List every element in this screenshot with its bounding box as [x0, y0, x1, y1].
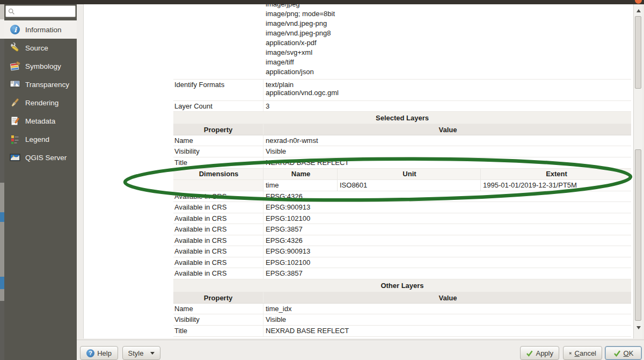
chevron-down-icon [150, 352, 155, 355]
close-window-icon[interactable] [635, 0, 642, 4]
table-header-row: Property Value [173, 124, 631, 135]
scroll-down-icon[interactable] [634, 323, 642, 332]
transparency-icon [9, 78, 21, 90]
scrollbar-thumb[interactable] [635, 16, 641, 89]
table-row: Available in CRS EPSG:3857 [173, 224, 631, 235]
dimension-unit: ISO8601 [338, 180, 481, 191]
table-row-getmap-formats: image/jpeg image/png; mode=8bit image/vn… [173, 4, 631, 80]
property-label: Available in CRS [173, 191, 264, 201]
sidebar-item-label: Legend [25, 135, 49, 143]
property-value: Visible [264, 314, 631, 325]
crs-value: EPSG:3857 [264, 224, 631, 235]
metadata-icon [9, 115, 21, 127]
table-row: Available in CRS EPSG:900913 [173, 202, 631, 213]
property-label: Title [173, 157, 264, 168]
sidebar-item-symbology[interactable]: Symbology [4, 57, 77, 75]
properties-sidebar: i Information Source [4, 4, 77, 360]
format-value: image/jpeg [173, 4, 631, 9]
format-value: application/json [173, 67, 631, 77]
crs-value: EPSG:900913 [264, 246, 631, 257]
column-header-unit: Unit [338, 169, 481, 179]
info-icon: i [9, 24, 21, 35]
sidebar-item-label: Rendering [25, 99, 58, 107]
dimension-name: time [264, 180, 338, 191]
column-header-extent: Extent [481, 169, 631, 179]
property-label: Name [173, 304, 264, 314]
property-label: Layer Count [173, 101, 264, 111]
sidebar-item-transparency[interactable]: Transparency [4, 75, 77, 93]
format-value: image/vnd.jpeg-png8 [173, 28, 631, 38]
information-panel: image/jpeg image/png; mode=8bit image/vn… [83, 4, 634, 339]
section-title-selected-layers: Selected Layers [173, 112, 631, 124]
apply-button[interactable]: Apply [520, 346, 559, 360]
check-icon [526, 350, 533, 357]
style-dropdown-button[interactable]: Style [122, 346, 160, 360]
sidebar-search-box[interactable] [5, 5, 76, 17]
close-icon [569, 350, 572, 356]
property-label: Identify Formats [173, 80, 264, 100]
table-header-row: Property Value [173, 292, 631, 304]
identify-format-value: text/plain [266, 81, 630, 89]
dialog-button-bar: ? Help Style Apply Cancel OK [77, 340, 644, 360]
symbology-icon [9, 60, 21, 72]
table-row: Available in CRS EPSG:4326 [173, 235, 631, 246]
format-value: image/vnd.jpeg-png [173, 19, 631, 28]
property-label: Available in CRS [173, 202, 264, 213]
column-header-property: Property [173, 124, 264, 135]
crs-value: EPSG:4326 [264, 235, 631, 246]
column-header-name: Name [264, 169, 338, 179]
sidebar-item-qgis-server[interactable]: QGIS Server [4, 148, 77, 167]
format-value: application/x-pdf [173, 38, 631, 48]
layer-properties-dialog: i Information Source [0, 0, 644, 360]
source-icon [9, 42, 21, 54]
table-row: Name nexrad-n0r-wmst [173, 135, 631, 146]
cancel-button[interactable]: Cancel [563, 346, 602, 360]
ok-button[interactable]: OK [605, 346, 642, 360]
layer-count-value: 3 [264, 101, 631, 111]
table-row: Available in CRS EPSG:102100 [173, 213, 631, 224]
property-label: Available in CRS [173, 246, 264, 257]
search-icon [8, 8, 15, 15]
property-label: Available in CRS [173, 235, 264, 246]
help-button[interactable]: ? Help [80, 346, 118, 360]
qgis-server-icon [9, 152, 21, 163]
property-value: Visible [264, 146, 631, 157]
dimensions-label: Dimensions [173, 169, 264, 179]
sidebar-item-list: i Information Source [4, 20, 77, 167]
table-row: Title NEXRAD BASE REFLECT [173, 326, 631, 337]
property-label: Title [173, 326, 264, 336]
layer-highlight-mark [0, 212, 4, 222]
table-row: Title NEXRAD BASE REFLECT [173, 157, 631, 169]
property-value: NEXRAD BASE REFLECT [264, 326, 631, 336]
property-label: Available in CRS [173, 213, 264, 224]
dimensions-value-row: time ISO8601 1995-01-01/2019-12-31/PT5M [173, 180, 631, 191]
sidebar-item-label: Information [25, 26, 62, 34]
sidebar-item-information[interactable]: i Information [4, 20, 77, 39]
sidebar-item-rendering[interactable]: Rendering [4, 93, 77, 112]
legend-icon [9, 133, 21, 145]
check-icon [613, 350, 621, 357]
cancel-button-label: Cancel [575, 349, 596, 357]
property-label: Available in CRS [173, 268, 264, 279]
table-row: Name time_idx [173, 304, 631, 314]
table-row: Available in CRS EPSG:3857 [173, 268, 631, 279]
sidebar-item-source[interactable]: Source [4, 39, 77, 57]
column-header-value: Value [264, 292, 631, 303]
rendering-icon [9, 97, 21, 109]
format-value: image/tiff [173, 57, 631, 67]
sidebar-item-metadata[interactable]: Metadata [4, 112, 77, 130]
property-label: Name [173, 135, 264, 146]
sidebar-item-label: Metadata [25, 117, 55, 125]
sidebar-item-legend[interactable]: Legend [4, 130, 77, 148]
scrollbar-thumb[interactable] [635, 149, 641, 321]
table-row: Visibility Visible [173, 314, 631, 326]
crs-value: EPSG:3857 [264, 268, 631, 279]
property-label: Available in CRS [173, 224, 264, 235]
apply-button-label: Apply [536, 349, 553, 357]
scroll-up-icon[interactable] [634, 6, 642, 15]
background-window-edge [0, 4, 4, 360]
property-value: time_idx [264, 304, 631, 314]
vertical-scrollbar[interactable] [633, 4, 642, 339]
table-row: Available in CRS EPSG:4326 [173, 191, 631, 202]
ok-button-label: OK [624, 349, 634, 357]
